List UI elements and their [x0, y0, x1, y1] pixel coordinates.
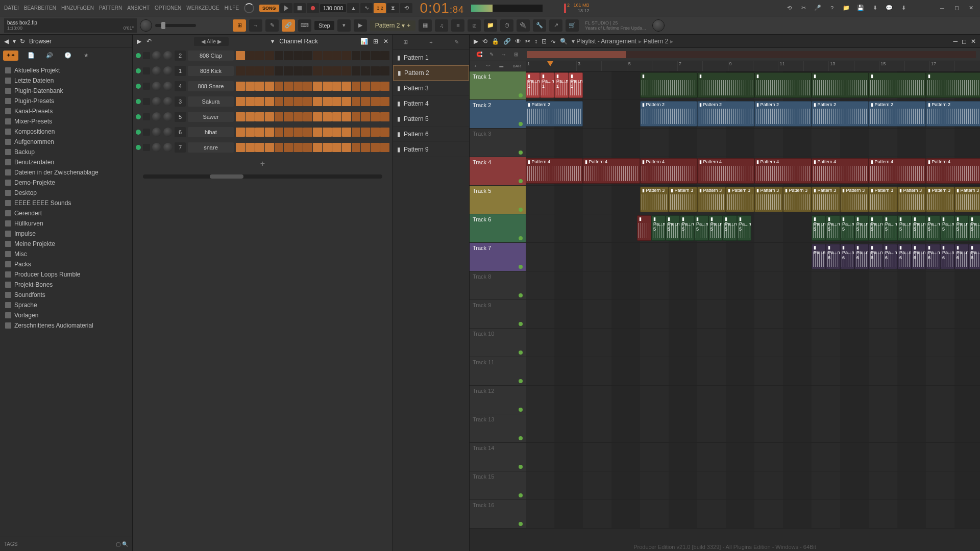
playlist-clip[interactable]: ▮ Pa...n 5	[680, 215, 694, 241]
track-enable-dot[interactable]	[519, 93, 523, 97]
track-header[interactable]: Track 5	[470, 186, 526, 214]
loop-icon[interactable]: ⟲	[400, 3, 412, 13]
step-cell[interactable]	[380, 66, 389, 76]
step-cell[interactable]	[371, 66, 380, 76]
pattern-item[interactable]: ▮Pattern 5	[393, 111, 469, 127]
step-cell[interactable]	[265, 128, 274, 137]
channel-mute[interactable]	[143, 144, 150, 151]
track-enable-dot[interactable]	[519, 236, 523, 240]
step-cell[interactable]	[361, 51, 370, 60]
browser-tab-files-icon[interactable]: 📄	[26, 51, 37, 61]
step-cell[interactable]	[371, 51, 380, 60]
channel-number[interactable]: 1	[175, 66, 186, 76]
rack-graph-icon[interactable]: 📊	[360, 38, 368, 45]
channel-number[interactable]: 3	[175, 96, 186, 107]
step-cell[interactable]	[246, 82, 255, 91]
playlist-clip[interactable]: ▮ Pattern 4	[697, 158, 754, 184]
playlist-clip[interactable]: ▮ Pa...n 5	[708, 215, 723, 241]
step-cell[interactable]	[380, 51, 389, 60]
track-enable-dot[interactable]	[519, 408, 523, 412]
step-cell[interactable]	[275, 51, 284, 60]
playlist-clip[interactable]: ▮ Pa...n 5	[723, 215, 737, 241]
tools-icon[interactable]: ✂	[798, 3, 808, 13]
record-button[interactable]	[307, 3, 319, 13]
playlist-clip[interactable]: ▮ Pattern 2	[526, 101, 583, 127]
pl-magnet-icon[interactable]: 🧲	[474, 49, 485, 60]
tree-item[interactable]: Vorlagen	[0, 310, 132, 320]
channel-number[interactable]: 4	[175, 81, 186, 91]
playlist-clip[interactable]: ▮ Pa...n 1	[569, 72, 583, 98]
tree-item[interactable]: Gerendert	[0, 208, 132, 218]
tempo-display[interactable]: 130.000	[320, 4, 347, 12]
ruler-number[interactable]	[803, 61, 828, 71]
step-cell[interactable]	[352, 66, 361, 76]
channel-mute[interactable]	[143, 98, 150, 105]
ruler-number[interactable]	[652, 61, 677, 71]
playlist-clip[interactable]: ▮ Pattern 4	[869, 158, 926, 184]
step-cell[interactable]	[265, 51, 274, 60]
step-cell[interactable]	[275, 66, 284, 76]
step-cell[interactable]	[332, 66, 341, 76]
channel-mute[interactable]	[143, 129, 150, 136]
track-lane[interactable]	[526, 357, 980, 385]
step-cell[interactable]	[313, 97, 322, 106]
channel-pan-knob[interactable]	[152, 51, 161, 60]
step-cell[interactable]	[246, 112, 255, 121]
time-display[interactable]: 0:01:84	[420, 0, 464, 16]
playlist-body[interactable]: Track 1▮ Pa...n 1▮ Pa...n 1▮ Pa...n 1▮ P…	[470, 71, 980, 551]
step-cell[interactable]	[371, 128, 380, 137]
step-cell[interactable]	[236, 97, 245, 106]
playlist-clip[interactable]: ▮ Pa...n 6	[912, 244, 926, 269]
rack-back-icon[interactable]: ↶	[146, 38, 152, 45]
step-cell[interactable]	[342, 66, 351, 76]
playlist-clip[interactable]: ▮ Pa...n 6	[969, 244, 980, 269]
rack-play-icon[interactable]: ▶	[137, 38, 141, 45]
play2-icon[interactable]: ▶	[354, 19, 367, 32]
playlist-clip[interactable]: ▮ Pa...n 5	[812, 215, 826, 241]
channel-number[interactable]: 7	[175, 142, 186, 153]
track-lane[interactable]: ▮ Pattern 3▮ Pattern 3▮ Pattern 3▮ Patte…	[526, 186, 980, 214]
step-cell[interactable]	[323, 51, 332, 60]
rack-grid-icon[interactable]: ⊞	[373, 38, 378, 45]
step-cell[interactable]	[303, 143, 312, 152]
pl-snap-icon[interactable]: ⊡	[542, 38, 547, 45]
pl-play-icon[interactable]: ▶	[474, 38, 478, 45]
channel-led[interactable]	[136, 99, 141, 104]
download-icon[interactable]: ⬇	[898, 3, 909, 13]
track-header[interactable]: Track 15	[470, 471, 526, 499]
channel-mute[interactable]	[143, 52, 150, 59]
channel-led[interactable]	[136, 84, 141, 89]
mic-icon[interactable]: 🎤	[813, 3, 823, 13]
step-cell[interactable]	[313, 51, 322, 60]
step-cell[interactable]	[313, 82, 322, 91]
track-lane[interactable]	[526, 443, 980, 471]
ruler-number[interactable]: 7	[677, 61, 702, 71]
playlist-clip[interactable]: ▮ Pa...n 1	[540, 72, 554, 98]
playlist-clip[interactable]: ▮ Pa...n 5	[854, 215, 869, 241]
ruler-number[interactable]	[551, 61, 576, 71]
step-cell[interactable]	[323, 112, 332, 121]
maximize-icon[interactable]: ◻	[951, 3, 962, 13]
ruler-number[interactable]: 15	[879, 61, 904, 71]
playlist-clip[interactable]: ▮ Pa...n 5	[826, 215, 840, 241]
step-cell[interactable]	[255, 112, 264, 121]
ruler-number[interactable]: 3	[576, 61, 601, 71]
track-lane[interactable]: ▮ Pa...n 1▮ Pa...n 1▮ Pa...n 1▮ Pa...n 1…	[526, 71, 980, 99]
menu-pattern[interactable]: PATTERN	[99, 5, 122, 11]
track-lane[interactable]	[526, 271, 980, 299]
pl-link-icon[interactable]: 🔗	[503, 38, 511, 45]
step-cell[interactable]	[293, 51, 303, 60]
step-cell[interactable]	[284, 97, 293, 106]
rack-menu-icon[interactable]: ▾	[271, 38, 274, 45]
track-lane[interactable]: ▮ ▮ Pa...n 5▮ Pa...n 5▮ Pa...n 5▮ Pa...n…	[526, 214, 980, 242]
pl-resize-icon[interactable]: ↔	[498, 49, 509, 60]
step-cell[interactable]	[352, 97, 361, 106]
step-cell[interactable]	[371, 82, 380, 91]
wave-icon[interactable]: ∿	[360, 3, 373, 13]
step-cell[interactable]	[246, 97, 255, 106]
step-cell[interactable]	[371, 97, 380, 106]
ruler-number[interactable]	[702, 61, 727, 71]
playlist-clip[interactable]: ▮ Pattern 4	[926, 158, 980, 184]
channel-vol-knob[interactable]	[163, 112, 173, 121]
step-cell[interactable]	[246, 128, 255, 137]
